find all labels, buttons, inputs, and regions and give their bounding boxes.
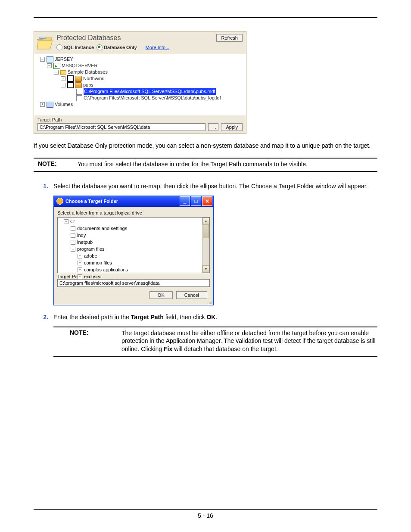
ok-button[interactable]: OK [149, 291, 173, 299]
tree-node-folder[interactable]: Sample Databases [68, 69, 108, 75]
tree-node[interactable]: exchsrvr [84, 274, 102, 280]
close-button[interactable]: × [202, 196, 212, 206]
radio-database-only-label: Database Only [104, 45, 137, 50]
app-icon [56, 198, 63, 205]
tree-node[interactable]: complus applications [84, 267, 128, 273]
server-icon [47, 56, 53, 62]
more-info-link[interactable]: More Info... [146, 45, 170, 50]
note-label: NOTE: [34, 160, 78, 168]
scroll-up-icon[interactable]: ▲ [202, 218, 209, 225]
expander-icon[interactable]: + [78, 274, 82, 279]
tree-node[interactable]: adobe [84, 253, 97, 259]
page-footer: 5 - 16 [34, 509, 377, 519]
scroll-down-icon[interactable]: ▼ [202, 265, 209, 273]
resize-grip-icon[interactable] [208, 300, 212, 304]
file-icon [76, 89, 82, 95]
expander-icon[interactable]: + [71, 240, 75, 245]
tree-node-pubs[interactable]: pubs [83, 82, 93, 88]
volume-icon [47, 102, 53, 108]
minimize-button[interactable]: _ [180, 196, 190, 206]
titlebar[interactable]: Choose a Target Folder _ □ × [54, 196, 213, 207]
radio-database-only[interactable] [97, 44, 103, 50]
expander-icon[interactable]: + [78, 268, 82, 272]
dialog-subtitle: Select a folder from a target logical dr… [57, 210, 210, 215]
target-path-label: Target Path [37, 117, 243, 122]
tree-node-northwind[interactable]: Northwind [83, 75, 105, 82]
database-icon [75, 76, 82, 82]
instance-icon [53, 63, 60, 69]
expander-icon[interactable]: − [54, 70, 59, 75]
expander-icon[interactable]: − [40, 57, 45, 62]
step-body: Select the database you want to re-map, … [53, 182, 377, 190]
scrollbar[interactable]: ▲ ▼ [202, 218, 209, 273]
expander-icon[interactable]: + [71, 233, 75, 238]
protected-databases-panel: Protected Databases SQL Instance Databas… [34, 31, 246, 134]
database-tree[interactable]: −JERSEY −MSSQLSERVER −Sample Databases +… [34, 54, 246, 115]
expander-icon[interactable]: + [78, 254, 82, 258]
step-2: 2. Enter the desired path in the Target … [34, 313, 377, 321]
scroll-thumb[interactable] [203, 224, 209, 238]
tree-node[interactable]: indy [77, 232, 86, 239]
expander-icon[interactable]: − [71, 247, 75, 252]
tree-node[interactable]: documents and settings [77, 225, 127, 232]
expander-icon[interactable]: − [64, 219, 68, 224]
page-top-rule [34, 17, 377, 18]
expander-icon[interactable]: + [78, 261, 82, 265]
radio-sql-instance-label: SQL Instance [64, 45, 94, 50]
tree-node[interactable]: program files [77, 246, 105, 252]
note-label: NOTE: [53, 329, 121, 354]
expander-icon[interactable]: + [61, 76, 65, 81]
step-number: 2. [34, 313, 53, 321]
note-block: NOTE: The target database must be either… [53, 327, 377, 357]
expander-icon[interactable]: − [61, 83, 65, 87]
folder-tree[interactable]: −C: +documents and settings +indy +inetp… [57, 217, 210, 273]
file-icon [76, 95, 82, 101]
refresh-button[interactable]: Refresh [216, 34, 243, 42]
tree-node-mdf[interactable]: C:\Program Files\Microsoft SQL Server\MS… [84, 88, 216, 95]
folder-open-icon [36, 34, 54, 52]
tree-node-ldf[interactable]: C:\Program Files\Microsoft SQL Server\MS… [84, 95, 221, 101]
note-block: NOTE: You must first select the database… [34, 158, 377, 172]
folder-icon [60, 70, 66, 75]
note-body: You must first select the database in or… [78, 160, 377, 168]
tree-node[interactable]: common files [84, 260, 112, 266]
page-number: 5 - 16 [198, 512, 213, 519]
expander-icon[interactable]: + [40, 102, 45, 107]
tree-node-volumes[interactable]: Volumes [55, 101, 73, 108]
database-icon [75, 82, 82, 88]
panel-title: Protected Databases [56, 34, 216, 42]
tree-node-c[interactable]: C: [70, 218, 75, 225]
apply-button[interactable]: Apply [221, 123, 243, 131]
choose-target-folder-dialog: Choose a Target Folder _ □ × Select a fo… [53, 196, 214, 305]
note-body: The target database must be either offli… [121, 329, 377, 354]
expander-icon[interactable]: + [71, 226, 75, 231]
tree-node[interactable]: inetpub [77, 239, 93, 246]
dialog-title: Choose a Target Folder [65, 199, 118, 204]
paragraph: If you select Database Only protection m… [34, 142, 377, 150]
cancel-button[interactable]: Cancel [176, 291, 207, 299]
tree-node-server[interactable]: JERSEY [55, 56, 73, 62]
radio-sql-instance[interactable] [56, 44, 62, 50]
step-body: Enter the desired path in the Target Pat… [53, 313, 377, 321]
step-number: 1. [34, 182, 53, 190]
checkbox[interactable] [67, 75, 74, 82]
target-path-input[interactable] [37, 123, 206, 131]
ellipse-button[interactable]: … [208, 123, 218, 131]
maximize-button[interactable]: □ [191, 196, 201, 206]
expander-icon[interactable]: − [47, 63, 52, 68]
step-1: 1. Select the database you want to re-ma… [34, 182, 377, 190]
tree-node-instance[interactable]: MSSQLSERVER [62, 62, 98, 69]
checkbox[interactable] [67, 82, 74, 88]
